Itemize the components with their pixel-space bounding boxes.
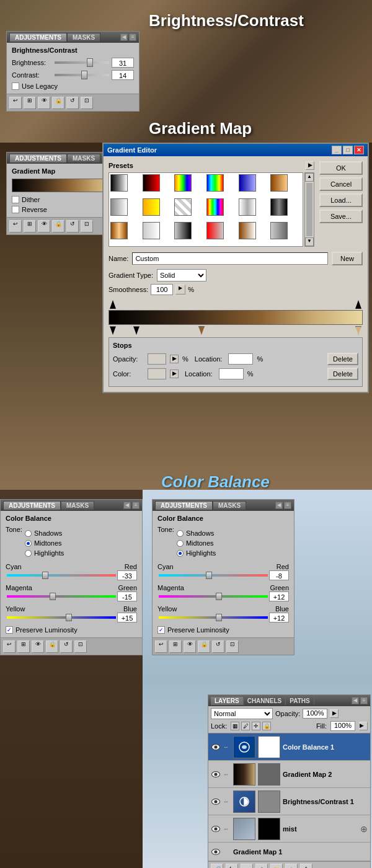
brightness-track[interactable] bbox=[55, 61, 109, 64]
cb1-magenta-value[interactable]: -15 bbox=[117, 591, 137, 601]
cb2-tool-2[interactable]: ⊞ bbox=[169, 640, 182, 653]
preset-brw[interactable] bbox=[239, 222, 256, 239]
ge-name-input[interactable] bbox=[132, 252, 328, 265]
layer-row-mist[interactable]: ↔ mist ⊕ bbox=[208, 815, 370, 843]
gm-tool-6[interactable]: ⊡ bbox=[81, 220, 93, 232]
cb1-highlights-radio[interactable] bbox=[25, 550, 32, 557]
ge-close-btn[interactable]: ✕ bbox=[354, 146, 364, 154]
ge-cancel-btn[interactable]: Cancel bbox=[319, 177, 363, 191]
cb1-tool-1[interactable]: ↩ bbox=[3, 640, 16, 653]
preset-trans[interactable] bbox=[174, 198, 192, 216]
eye-gradientmap1[interactable] bbox=[211, 847, 221, 857]
preset-bw[interactable] bbox=[110, 174, 128, 192]
preset-bgb[interactable] bbox=[270, 198, 288, 216]
ge-color-loc-input[interactable] bbox=[219, 368, 244, 379]
cb1-menu[interactable]: ≡ bbox=[132, 502, 140, 509]
cb2-menu[interactable]: ≡ bbox=[284, 502, 291, 509]
ge-top-handle-left[interactable] bbox=[110, 300, 116, 309]
cb2-magenta-track[interactable] bbox=[159, 593, 268, 600]
ge-scroll-down[interactable]: ▼ bbox=[305, 237, 314, 246]
eye-gradientmap2[interactable] bbox=[211, 769, 221, 779]
cb1-magenta-thumb[interactable] bbox=[50, 593, 56, 600]
cb1-yellow-thumb[interactable] bbox=[66, 614, 72, 621]
bc-adjustments-tab[interactable]: ADJUSTMENTS bbox=[9, 33, 67, 42]
contrast-thumb[interactable] bbox=[81, 71, 87, 79]
ge-color-delete-btn[interactable]: Delete bbox=[327, 368, 358, 380]
ge-bottom-handle-2[interactable] bbox=[198, 326, 205, 335]
ge-opacity-loc-input[interactable] bbox=[228, 353, 253, 365]
cb2-magenta-thumb[interactable] bbox=[216, 593, 222, 600]
cb2-tool-3[interactable]: 👁 bbox=[184, 640, 196, 653]
layers-group-btn[interactable]: 📁 bbox=[270, 864, 283, 868]
lock-position-btn[interactable]: ✛ bbox=[252, 722, 260, 730]
layer-row-gradientmap1[interactable]: Gradient Map 1 bbox=[208, 843, 370, 861]
preset-silver[interactable] bbox=[110, 198, 128, 216]
preset-coppers[interactable] bbox=[110, 222, 128, 239]
layers-tab-channels[interactable]: CHANNELS bbox=[244, 697, 286, 705]
dither-checkbox[interactable] bbox=[12, 196, 19, 203]
bc-tool-2[interactable]: ⊞ bbox=[24, 97, 36, 109]
cb2-yellow-track[interactable] bbox=[159, 614, 268, 621]
bc-masks-tab[interactable]: MASKS bbox=[67, 33, 100, 42]
preset-neu[interactable] bbox=[270, 222, 288, 239]
lock-image-btn[interactable]: 🖊 bbox=[241, 722, 250, 730]
cb1-yellow-value[interactable]: +15 bbox=[117, 613, 137, 622]
ge-scroll-track[interactable] bbox=[306, 183, 312, 236]
cb2-cyan-thumb[interactable] bbox=[206, 572, 212, 579]
bc-tool-4[interactable]: 🔒 bbox=[52, 97, 64, 109]
bc-tool-1[interactable]: ↩ bbox=[9, 97, 22, 109]
preset-rt[interactable] bbox=[206, 222, 224, 239]
contrast-track[interactable] bbox=[55, 74, 109, 76]
cb1-tool-2[interactable]: ⊞ bbox=[17, 640, 30, 653]
cb1-tool-5[interactable]: ↺ bbox=[60, 640, 73, 653]
cb2-preserve-checkbox[interactable] bbox=[157, 626, 165, 634]
ge-maximize-btn[interactable]: □ bbox=[343, 146, 353, 154]
layers-tab-layers[interactable]: LAYERS bbox=[211, 697, 244, 705]
cb1-adjustments-tab[interactable]: ADJUSTMENTS bbox=[3, 501, 61, 510]
ge-bottom-handle-3[interactable] bbox=[355, 326, 361, 335]
bc-tool-5[interactable]: ↺ bbox=[66, 97, 79, 109]
ge-color-arrow[interactable]: ▶ bbox=[170, 370, 179, 378]
preset-r[interactable] bbox=[143, 174, 160, 192]
preset-spectrum[interactable] bbox=[206, 174, 224, 192]
cb1-shadows-radio[interactable] bbox=[25, 530, 32, 537]
preset-rainbow[interactable] bbox=[174, 174, 192, 192]
layer-row-gradientmap2[interactable]: ↔ Gradient Map 2 bbox=[208, 761, 370, 788]
cb2-tool-4[interactable]: 🔒 bbox=[198, 640, 210, 653]
cb2-midtones-radio[interactable] bbox=[177, 540, 184, 547]
ge-opacity-delete-btn[interactable]: Delete bbox=[327, 353, 358, 365]
cb2-adjustments-tab[interactable]: ADJUSTMENTS bbox=[155, 501, 213, 510]
cb2-masks-tab[interactable]: MASKS bbox=[213, 501, 246, 510]
cb1-cyan-value[interactable]: -33 bbox=[117, 570, 137, 580]
cb2-highlights-radio[interactable] bbox=[177, 550, 184, 557]
layers-effects-btn[interactable]: fx bbox=[226, 864, 238, 868]
contrast-value[interactable]: 14 bbox=[112, 70, 134, 80]
layers-delete-btn[interactable]: 🗑 bbox=[300, 864, 312, 868]
gm-masks-tab[interactable]: MASKS bbox=[67, 154, 100, 163]
preset-full[interactable] bbox=[206, 198, 224, 216]
cb1-masks-tab[interactable]: MASKS bbox=[61, 501, 94, 510]
cb1-magenta-track[interactable] bbox=[7, 593, 116, 600]
cb1-preserve-checkbox[interactable] bbox=[6, 626, 13, 634]
reverse-checkbox[interactable] bbox=[12, 206, 19, 213]
cb2-tool-6[interactable]: ⊡ bbox=[226, 640, 239, 653]
use-legacy-checkbox[interactable] bbox=[12, 82, 19, 90]
preset-wgw[interactable] bbox=[239, 198, 256, 216]
cb1-tool-6[interactable]: ⊡ bbox=[74, 640, 87, 653]
lock-all-btn[interactable]: 🔒 bbox=[262, 722, 271, 730]
cb2-collapse[interactable]: ◀ bbox=[275, 502, 283, 509]
preset-blue[interactable] bbox=[239, 174, 256, 192]
cb1-yellow-track[interactable] bbox=[7, 614, 116, 621]
gm-adjustments-tab[interactable]: ADJUSTMENTS bbox=[9, 154, 67, 163]
ge-smooth-input[interactable] bbox=[151, 284, 173, 295]
bc-tool-3[interactable]: 👁 bbox=[38, 97, 50, 109]
cb2-cyan-value[interactable]: -8 bbox=[269, 570, 289, 580]
gm-tool-4[interactable]: 🔒 bbox=[52, 220, 64, 232]
preset-tw[interactable] bbox=[143, 222, 160, 239]
ge-top-handle-right[interactable] bbox=[355, 300, 361, 309]
cb2-shadows-radio[interactable] bbox=[177, 530, 184, 537]
gm-tool-3[interactable]: 👁 bbox=[38, 220, 50, 232]
layer-row-brightnesscontrast1[interactable]: ↔ Brightness/Contrast 1 bbox=[208, 788, 370, 815]
ge-bottom-handle-0[interactable] bbox=[110, 326, 116, 335]
ge-load-btn[interactable]: Load... bbox=[319, 193, 363, 207]
